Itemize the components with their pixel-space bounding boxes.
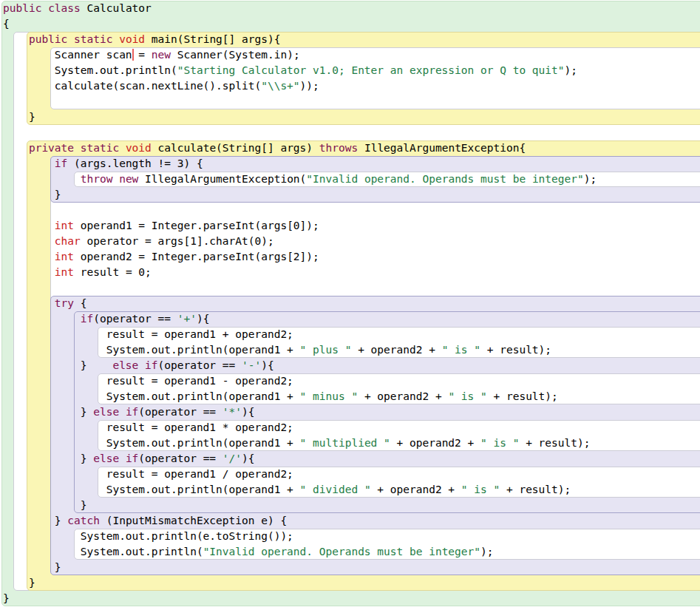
code-line-32[interactable]: } [0,498,700,513]
code-token: main(String[] args){ [145,33,280,45]
code-token: (operator == [158,359,242,371]
keyword-token: private [29,142,74,154]
code-token: System.out.println( [3,64,177,76]
code-line-23[interactable]: } else if(operator == '-'){ [0,358,700,373]
keyword-token: public [29,33,67,45]
string-token: "\\s+" [261,80,299,92]
code-line-22[interactable]: System.out.println(operand1 + " plus " +… [0,342,700,358]
keyword-token: else [93,453,119,464]
code-token: = [132,49,152,61]
code-token: Scanner scan [3,49,132,61]
code-token: } [3,453,93,464]
code-line-17[interactable]: int result = 0; [0,265,700,280]
code-line-30[interactable]: result = operand1 / operand2; [0,467,700,482]
string-token: '+' [177,313,197,325]
code-line-37[interactable]: } [0,575,700,591]
string-token: " multiplied " [300,437,390,449]
string-token: "Invalid operand. Operands must be integ… [306,173,583,185]
code-line-28[interactable]: System.out.println(operand1 + " multipli… [0,436,700,451]
code-line-10[interactable]: if (args.length != 3) { [0,156,700,172]
code-line-31[interactable]: System.out.println(operand1 + " divided … [0,482,700,498]
code-line-26[interactable]: } else if(operator == '*'){ [0,404,700,420]
keyword-token: new [119,173,138,185]
code-token: { [3,18,10,30]
code-token: } [3,406,93,418]
code-line-7[interactable]: } [0,109,700,125]
type-token: int [55,251,74,262]
code-token: ); [565,64,577,76]
code-line-24[interactable]: result = operand1 - operand2; [0,373,700,389]
code-token: result = operand1 * operand2; [3,421,293,433]
code-token: (operator == [138,453,222,464]
code-line-13[interactable] [0,203,700,218]
code-token: System.out.println(operand1 + [3,437,300,449]
code-line-34[interactable]: System.out.println(e.toString()); [0,529,700,544]
code-token: IllegalArgumentException( [138,173,306,185]
keyword-token: else [93,406,119,418]
code-line-12[interactable]: } [0,187,700,203]
string-token: '*' [222,406,242,418]
code-token: Calculator [81,2,152,14]
code-line-11[interactable]: throw new IllegalArgumentException("Inva… [0,172,700,187]
code-line-38[interactable]: } [0,591,700,606]
code-token: (operator == [93,313,177,325]
code-token: System.out.println(operand1 + [3,390,300,402]
keyword-token: try [55,297,74,309]
code-token [74,142,81,154]
code-token [3,297,55,309]
code-line-2[interactable]: public static void main(String[] args){ [0,32,700,47]
code-line-20[interactable]: if(operator == '+'){ [0,311,700,327]
code-token: ); [584,173,597,185]
code-token: } [3,359,112,371]
code-line-16[interactable]: int operand2 = Integer.parseInt(args[2])… [0,249,700,265]
code-token: ){ [197,313,209,325]
code-token [119,142,126,154]
keyword-token: if [126,406,138,418]
code-token [138,359,145,371]
code-line-0[interactable]: public class Calculator [0,1,700,16]
type-token: int [55,266,74,278]
code-editor[interactable]: public class Calculator{ public static v… [0,0,700,610]
code-line-1[interactable]: { [0,16,700,32]
code-token [112,33,119,45]
keyword-token: throws [319,142,358,154]
code-token: } [3,111,35,123]
code-line-15[interactable]: char operator = args[1].charAt(0); [0,234,700,249]
keyword-token: catch [67,515,100,526]
code-token: ){ [261,359,273,371]
code-token: Scanner(System.in); [171,49,300,61]
code-line-3[interactable]: Scanner scan = new Scanner(System.in); [0,47,700,63]
code-line-33[interactable]: } catch (InputMismatchException e) { [0,513,700,529]
string-token: "Starting Calculator v1.0; Enter an expr… [177,64,565,76]
string-token: " is " [461,484,500,495]
code-token [3,142,29,154]
code-token: ){ [242,453,254,464]
keyword-token: static [74,33,112,45]
code-token: result = operand1 - operand2; [3,375,293,387]
code-line-9[interactable]: private static void calculate(String[] a… [0,140,700,156]
keyword-token: throw [81,173,113,185]
code-token: calculate(String[] args) [152,142,319,154]
code-token [41,2,48,14]
code-token: result = 0; [74,266,152,278]
code-line-25[interactable]: System.out.println(operand1 + " minus " … [0,389,700,404]
code-token: System.out.println( [3,546,203,558]
code-token [3,313,81,325]
code-line-8[interactable] [0,125,700,140]
code-token [3,173,81,185]
code-line-36[interactable]: } [0,560,700,575]
string-token: " is " [448,390,486,402]
code-line-35[interactable]: System.out.println("Invalid operand. Ope… [0,544,700,560]
code-token: + operand2 + [358,390,448,402]
code-line-14[interactable]: int operand1 = Integer.parseInt(args[0])… [0,218,700,234]
code-line-4[interactable]: System.out.println("Starting Calculator … [0,63,700,78]
code-line-27[interactable]: result = operand1 * operand2; [0,420,700,436]
code-line-18[interactable] [0,280,700,296]
code-line-19[interactable]: try { [0,296,700,311]
code-token: } [3,189,61,200]
code-line-29[interactable]: } else if(operator == '/'){ [0,451,700,467]
code-line-6[interactable] [0,94,700,109]
code-line-5[interactable]: calculate(scan.nextLine().split("\\s+"))… [0,78,700,94]
code-token: (InputMismatchException e) { [100,515,287,526]
code-line-21[interactable]: result = operand1 + operand2; [0,327,700,342]
